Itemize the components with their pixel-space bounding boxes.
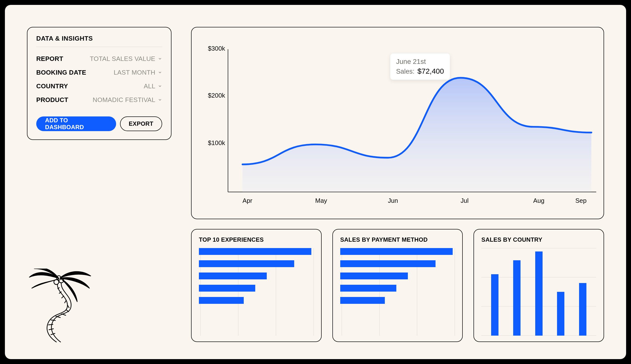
filter-value-text: LAST MONTH xyxy=(114,69,155,76)
svg-text:Aug: Aug xyxy=(533,197,545,204)
filter-value: TOTAL SALES VALUE xyxy=(90,55,162,62)
hbar-chart xyxy=(340,248,455,336)
tooltip-date: June 21st xyxy=(396,58,444,66)
filter-value-text: TOTAL SALES VALUE xyxy=(90,55,155,62)
filter-label: REPORT xyxy=(36,55,63,62)
filter-value-text: NOMADIC FESTIVAL xyxy=(93,96,155,104)
svg-text:$300k: $300k xyxy=(208,45,225,52)
svg-text:Jul: Jul xyxy=(461,197,469,204)
hbar xyxy=(199,260,294,267)
svg-text:May: May xyxy=(315,197,327,204)
svg-text:Apr: Apr xyxy=(243,197,252,204)
tooltip-label: Sales: xyxy=(396,68,414,75)
vbar-chart xyxy=(481,248,596,336)
svg-text:$200k: $200k xyxy=(208,92,225,99)
main-sales-chart: $300k $200k $100k Apr May Jun Jul Aug Se… xyxy=(191,27,604,219)
filter-booking-date[interactable]: BOOKING DATE LAST MONTH xyxy=(36,66,162,79)
tooltip-value: $72,400 xyxy=(417,67,444,75)
chart-tooltip: June 21st Sales: $72,400 xyxy=(390,53,450,80)
vbar xyxy=(557,292,564,336)
filter-value-text: ALL xyxy=(144,82,155,90)
chevron-down-icon xyxy=(158,70,162,74)
chevron-down-icon xyxy=(158,98,162,102)
filter-value: LAST MONTH xyxy=(114,69,162,76)
chevron-down-icon xyxy=(158,84,162,88)
hbar xyxy=(340,248,453,255)
hbar xyxy=(199,285,255,292)
hbar xyxy=(340,272,408,279)
card-title: SALES BY COUNTRY xyxy=(481,236,596,243)
data-insights-panel: DATA & INSIGHTS REPORT TOTAL SALES VALUE… xyxy=(27,27,171,140)
hbar xyxy=(340,285,396,292)
hbar xyxy=(199,297,244,304)
filter-value: NOMADIC FESTIVAL xyxy=(93,96,162,104)
chevron-down-icon xyxy=(158,56,162,61)
card-title: TOP 10 EXPERIENCES xyxy=(199,236,314,243)
vbar xyxy=(513,260,521,336)
tooltip-sales: Sales: $72,400 xyxy=(396,67,444,75)
filter-label: COUNTRY xyxy=(36,82,68,90)
palm-tree-icon xyxy=(27,268,93,344)
vbar xyxy=(535,252,543,336)
hbar xyxy=(340,297,385,304)
svg-text:Jun: Jun xyxy=(388,197,398,204)
filter-value: ALL xyxy=(144,82,162,90)
filter-label: BOOKING DATE xyxy=(36,69,86,76)
vbar xyxy=(491,274,499,336)
hbar-chart xyxy=(199,248,314,336)
sales-by-country-card[interactable]: SALES BY COUNTRY xyxy=(474,229,604,342)
hbar xyxy=(199,272,267,279)
panel-title: DATA & INSIGHTS xyxy=(36,35,162,47)
filter-country[interactable]: COUNTRY ALL xyxy=(36,79,162,93)
filter-product[interactable]: PRODUCT NOMADIC FESTIVAL xyxy=(36,93,162,107)
filter-label: PRODUCT xyxy=(36,96,68,104)
add-to-dashboard-button[interactable]: ADD TO DASHBOARD xyxy=(36,116,116,131)
filter-report[interactable]: REPORT TOTAL SALES VALUE xyxy=(36,52,162,66)
card-title: SALES BY PAYMENT METHOD xyxy=(340,236,455,243)
export-button[interactable]: EXPORT xyxy=(120,116,162,131)
top-10-experiences-card[interactable]: TOP 10 EXPERIENCES xyxy=(191,229,322,342)
svg-text:$100k: $100k xyxy=(208,140,225,146)
hbar xyxy=(340,260,436,267)
svg-text:Sep: Sep xyxy=(575,197,587,204)
hbar xyxy=(199,248,311,255)
sales-by-payment-card[interactable]: SALES BY PAYMENT METHOD xyxy=(332,229,463,342)
vbar xyxy=(579,283,586,336)
